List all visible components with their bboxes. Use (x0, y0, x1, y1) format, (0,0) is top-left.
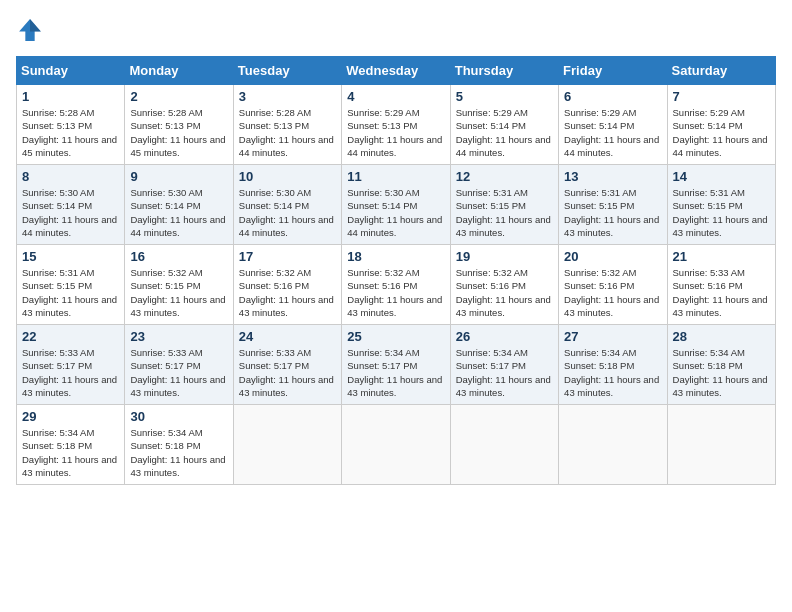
weekday-header-cell: Tuesday (233, 57, 341, 85)
day-number: 14 (673, 169, 770, 184)
calendar-cell: 1Sunrise: 5:28 AM Sunset: 5:13 PM Daylig… (17, 85, 125, 165)
calendar-cell: 12Sunrise: 5:31 AM Sunset: 5:15 PM Dayli… (450, 165, 558, 245)
day-number: 12 (456, 169, 553, 184)
calendar-cell: 14Sunrise: 5:31 AM Sunset: 5:15 PM Dayli… (667, 165, 775, 245)
day-number: 25 (347, 329, 444, 344)
calendar-cell: 7Sunrise: 5:29 AM Sunset: 5:14 PM Daylig… (667, 85, 775, 165)
day-number: 29 (22, 409, 119, 424)
calendar-cell (342, 405, 450, 485)
calendar-cell: 13Sunrise: 5:31 AM Sunset: 5:15 PM Dayli… (559, 165, 667, 245)
day-cell-content: Sunrise: 5:29 AM Sunset: 5:14 PM Dayligh… (673, 106, 770, 159)
day-cell-content: Sunrise: 5:31 AM Sunset: 5:15 PM Dayligh… (456, 186, 553, 239)
day-cell-content: Sunrise: 5:32 AM Sunset: 5:16 PM Dayligh… (456, 266, 553, 319)
day-cell-content: Sunrise: 5:34 AM Sunset: 5:18 PM Dayligh… (564, 346, 661, 399)
calendar-cell: 18Sunrise: 5:32 AM Sunset: 5:16 PM Dayli… (342, 245, 450, 325)
day-cell-content: Sunrise: 5:28 AM Sunset: 5:13 PM Dayligh… (130, 106, 227, 159)
logo (16, 16, 48, 44)
calendar-cell: 15Sunrise: 5:31 AM Sunset: 5:15 PM Dayli… (17, 245, 125, 325)
day-number: 9 (130, 169, 227, 184)
day-cell-content: Sunrise: 5:34 AM Sunset: 5:18 PM Dayligh… (130, 426, 227, 479)
day-number: 3 (239, 89, 336, 104)
day-cell-content: Sunrise: 5:32 AM Sunset: 5:16 PM Dayligh… (564, 266, 661, 319)
day-number: 30 (130, 409, 227, 424)
day-number: 18 (347, 249, 444, 264)
day-cell-content: Sunrise: 5:28 AM Sunset: 5:13 PM Dayligh… (239, 106, 336, 159)
day-cell-content: Sunrise: 5:33 AM Sunset: 5:17 PM Dayligh… (130, 346, 227, 399)
day-number: 2 (130, 89, 227, 104)
calendar-cell: 8Sunrise: 5:30 AM Sunset: 5:14 PM Daylig… (17, 165, 125, 245)
calendar-cell: 2Sunrise: 5:28 AM Sunset: 5:13 PM Daylig… (125, 85, 233, 165)
day-number: 15 (22, 249, 119, 264)
day-cell-content: Sunrise: 5:34 AM Sunset: 5:18 PM Dayligh… (22, 426, 119, 479)
day-cell-content: Sunrise: 5:33 AM Sunset: 5:16 PM Dayligh… (673, 266, 770, 319)
day-cell-content: Sunrise: 5:29 AM Sunset: 5:14 PM Dayligh… (456, 106, 553, 159)
day-number: 22 (22, 329, 119, 344)
calendar-cell: 26Sunrise: 5:34 AM Sunset: 5:17 PM Dayli… (450, 325, 558, 405)
calendar-cell: 22Sunrise: 5:33 AM Sunset: 5:17 PM Dayli… (17, 325, 125, 405)
calendar-cell: 11Sunrise: 5:30 AM Sunset: 5:14 PM Dayli… (342, 165, 450, 245)
calendar-cell: 10Sunrise: 5:30 AM Sunset: 5:14 PM Dayli… (233, 165, 341, 245)
day-cell-content: Sunrise: 5:30 AM Sunset: 5:14 PM Dayligh… (347, 186, 444, 239)
day-cell-content: Sunrise: 5:29 AM Sunset: 5:14 PM Dayligh… (564, 106, 661, 159)
day-number: 7 (673, 89, 770, 104)
day-number: 26 (456, 329, 553, 344)
day-cell-content: Sunrise: 5:30 AM Sunset: 5:14 PM Dayligh… (22, 186, 119, 239)
calendar-cell: 3Sunrise: 5:28 AM Sunset: 5:13 PM Daylig… (233, 85, 341, 165)
weekday-header-cell: Friday (559, 57, 667, 85)
day-cell-content: Sunrise: 5:32 AM Sunset: 5:16 PM Dayligh… (347, 266, 444, 319)
day-number: 24 (239, 329, 336, 344)
weekday-header-cell: Thursday (450, 57, 558, 85)
calendar-cell: 19Sunrise: 5:32 AM Sunset: 5:16 PM Dayli… (450, 245, 558, 325)
calendar-cell: 30Sunrise: 5:34 AM Sunset: 5:18 PM Dayli… (125, 405, 233, 485)
day-cell-content: Sunrise: 5:31 AM Sunset: 5:15 PM Dayligh… (22, 266, 119, 319)
calendar-cell: 28Sunrise: 5:34 AM Sunset: 5:18 PM Dayli… (667, 325, 775, 405)
day-cell-content: Sunrise: 5:31 AM Sunset: 5:15 PM Dayligh… (564, 186, 661, 239)
calendar-cell: 23Sunrise: 5:33 AM Sunset: 5:17 PM Dayli… (125, 325, 233, 405)
day-number: 13 (564, 169, 661, 184)
day-cell-content: Sunrise: 5:33 AM Sunset: 5:17 PM Dayligh… (239, 346, 336, 399)
day-cell-content: Sunrise: 5:32 AM Sunset: 5:15 PM Dayligh… (130, 266, 227, 319)
calendar-week-row: 8Sunrise: 5:30 AM Sunset: 5:14 PM Daylig… (17, 165, 776, 245)
calendar-cell: 16Sunrise: 5:32 AM Sunset: 5:15 PM Dayli… (125, 245, 233, 325)
day-number: 28 (673, 329, 770, 344)
day-number: 21 (673, 249, 770, 264)
calendar-cell: 21Sunrise: 5:33 AM Sunset: 5:16 PM Dayli… (667, 245, 775, 325)
calendar-body: 1Sunrise: 5:28 AM Sunset: 5:13 PM Daylig… (17, 85, 776, 485)
day-cell-content: Sunrise: 5:34 AM Sunset: 5:17 PM Dayligh… (456, 346, 553, 399)
calendar-cell: 29Sunrise: 5:34 AM Sunset: 5:18 PM Dayli… (17, 405, 125, 485)
day-cell-content: Sunrise: 5:30 AM Sunset: 5:14 PM Dayligh… (130, 186, 227, 239)
weekday-header-row: SundayMondayTuesdayWednesdayThursdayFrid… (17, 57, 776, 85)
day-number: 10 (239, 169, 336, 184)
svg-marker-1 (30, 19, 41, 31)
calendar-week-row: 22Sunrise: 5:33 AM Sunset: 5:17 PM Dayli… (17, 325, 776, 405)
calendar-week-row: 1Sunrise: 5:28 AM Sunset: 5:13 PM Daylig… (17, 85, 776, 165)
day-number: 23 (130, 329, 227, 344)
day-number: 20 (564, 249, 661, 264)
calendar-cell: 24Sunrise: 5:33 AM Sunset: 5:17 PM Dayli… (233, 325, 341, 405)
calendar-cell: 20Sunrise: 5:32 AM Sunset: 5:16 PM Dayli… (559, 245, 667, 325)
calendar-week-row: 29Sunrise: 5:34 AM Sunset: 5:18 PM Dayli… (17, 405, 776, 485)
day-number: 4 (347, 89, 444, 104)
weekday-header-cell: Saturday (667, 57, 775, 85)
calendar-cell: 25Sunrise: 5:34 AM Sunset: 5:17 PM Dayli… (342, 325, 450, 405)
calendar-cell: 9Sunrise: 5:30 AM Sunset: 5:14 PM Daylig… (125, 165, 233, 245)
calendar-cell: 6Sunrise: 5:29 AM Sunset: 5:14 PM Daylig… (559, 85, 667, 165)
calendar-table: SundayMondayTuesdayWednesdayThursdayFrid… (16, 56, 776, 485)
calendar-cell (559, 405, 667, 485)
calendar-cell (667, 405, 775, 485)
page-header (16, 16, 776, 44)
day-number: 27 (564, 329, 661, 344)
day-number: 8 (22, 169, 119, 184)
day-cell-content: Sunrise: 5:32 AM Sunset: 5:16 PM Dayligh… (239, 266, 336, 319)
calendar-cell: 27Sunrise: 5:34 AM Sunset: 5:18 PM Dayli… (559, 325, 667, 405)
day-cell-content: Sunrise: 5:34 AM Sunset: 5:18 PM Dayligh… (673, 346, 770, 399)
day-cell-content: Sunrise: 5:33 AM Sunset: 5:17 PM Dayligh… (22, 346, 119, 399)
day-cell-content: Sunrise: 5:34 AM Sunset: 5:17 PM Dayligh… (347, 346, 444, 399)
weekday-header-cell: Wednesday (342, 57, 450, 85)
weekday-header-cell: Monday (125, 57, 233, 85)
day-number: 19 (456, 249, 553, 264)
day-number: 1 (22, 89, 119, 104)
calendar-cell (233, 405, 341, 485)
day-cell-content: Sunrise: 5:31 AM Sunset: 5:15 PM Dayligh… (673, 186, 770, 239)
day-number: 6 (564, 89, 661, 104)
